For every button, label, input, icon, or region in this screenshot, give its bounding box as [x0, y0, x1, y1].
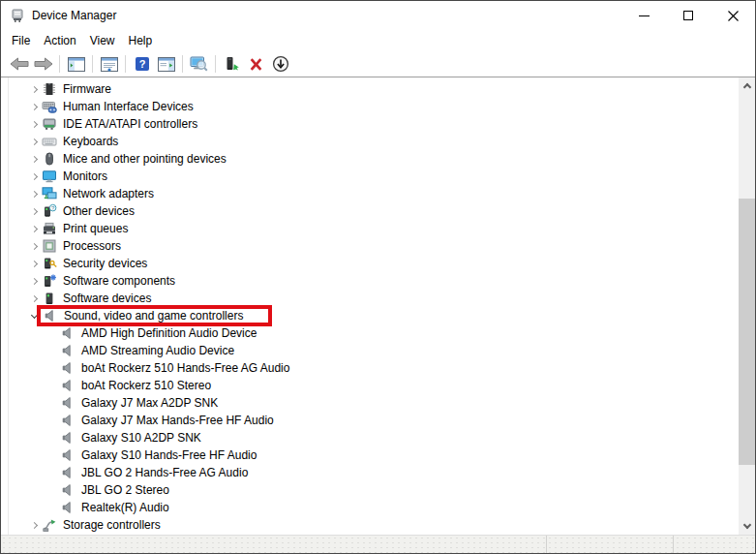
- close-button[interactable]: [711, 1, 755, 30]
- tree-item-boat-rockerz-510-hands-free-ag-audio[interactable]: boAt Rockerz 510 Hands-Free AG Audio: [1, 359, 739, 377]
- tree-item-galaxy-j7-max-hands-free-hf-audio[interactable]: Galaxy J7 Max Hands-Free HF Audio: [1, 412, 739, 429]
- monitor-icon: [42, 169, 57, 184]
- menu-file[interactable]: File: [5, 31, 37, 50]
- expander-spacer: [45, 482, 60, 498]
- chevron-right-icon[interactable]: [26, 151, 42, 167]
- tree-item-ide-ata-atapi-controllers[interactable]: IDE ATA/ATAPI controllers: [1, 115, 739, 133]
- tree-item-label: Network adapters: [63, 186, 154, 201]
- device-tree: FirmwareHuman Interface DevicesIDE ATA/A…: [1, 77, 739, 535]
- tree-item-jbl-go-2-hands-free-ag-audio[interactable]: JBL GO 2 Hands-Free AG Audio: [1, 464, 739, 481]
- tree-item-label: IDE ATA/ATAPI controllers: [63, 116, 197, 132]
- scroll-up-button[interactable]: [739, 77, 755, 94]
- speaker-icon: [60, 378, 76, 393]
- tree-item-label: Processors: [63, 238, 121, 254]
- tree-item-keyboards[interactable]: Keyboards: [1, 133, 739, 150]
- menu-action[interactable]: Action: [37, 31, 82, 50]
- tree-item-label: AMD Streaming Audio Device: [81, 343, 234, 358]
- tree-item-amd-high-definition-audio-device[interactable]: AMD High Definition Audio Device: [1, 324, 739, 342]
- toolbar-show-console-tree-button[interactable]: [64, 53, 88, 76]
- red-highlight-annotation: Sound, video and game controllers: [37, 305, 272, 326]
- minimize-icon: [639, 15, 650, 16]
- chevron-right-icon[interactable]: [26, 517, 42, 533]
- window-controls: [621, 1, 755, 30]
- toolbar-show-action-pane-button[interactable]: [154, 53, 178, 76]
- minimize-button[interactable]: [621, 1, 666, 30]
- expander-spacer: [45, 465, 60, 480]
- help-icon: ?: [135, 56, 150, 72]
- tree-item-other-devices[interactable]: ?Other devices: [1, 202, 739, 220]
- chevron-right-icon[interactable]: [26, 238, 42, 254]
- tree-item-jbl-go-2-stereo[interactable]: JBL GO 2 Stereo: [1, 481, 739, 499]
- tree-item-label: boAt Rockerz 510 Stereo: [81, 378, 211, 393]
- tree-item-human-interface-devices[interactable]: Human Interface Devices: [1, 98, 739, 115]
- disable-icon: [272, 55, 289, 73]
- scroll-down-button[interactable]: [739, 518, 755, 535]
- toolbar-uninstall-device-button[interactable]: [244, 53, 268, 76]
- tree-item-monitors[interactable]: Monitors: [1, 168, 739, 185]
- speaker-icon: [60, 430, 76, 446]
- tree-item-realtek-r-audio[interactable]: Realtek(R) Audio: [1, 499, 739, 516]
- speaker-icon: [60, 482, 76, 498]
- arrow-right-icon: [34, 57, 53, 71]
- chevron-right-icon[interactable]: [26, 256, 42, 271]
- chevron-right-icon[interactable]: [26, 291, 42, 306]
- chevron-right-icon[interactable]: [26, 221, 42, 236]
- tree-item-label: Other devices: [63, 203, 135, 219]
- toolbar-disable-device-button[interactable]: [268, 53, 292, 76]
- chevron-right-icon[interactable]: [26, 273, 42, 289]
- toolbar-properties-button[interactable]: [97, 53, 121, 76]
- tree-item-boat-rockerz-510-stereo[interactable]: boAt Rockerz 510 Stereo: [1, 377, 739, 394]
- tree-item-galaxy-j7-max-a2dp-snk[interactable]: Galaxy J7 Max A2DP SNK: [1, 394, 739, 412]
- tree-item-label: AMD High Definition Audio Device: [81, 325, 257, 341]
- arrow-left-icon: [10, 57, 29, 71]
- chip-icon: [42, 81, 57, 97]
- speaker-icon: [60, 360, 76, 376]
- chevron-right-icon[interactable]: [26, 203, 42, 219]
- toolbar-scan-hardware-changes-button[interactable]: [187, 53, 211, 76]
- printer-icon: [42, 221, 57, 236]
- tree-item-amd-streaming-audio-device[interactable]: AMD Streaming Audio Device: [1, 342, 739, 359]
- tree-item-security-devices[interactable]: Security devices: [1, 255, 739, 272]
- speaker-icon: [60, 325, 76, 341]
- tree-item-label: Realtek(R) Audio: [81, 500, 169, 515]
- tree-item-galaxy-s10-a2dp-snk[interactable]: Galaxy S10 A2DP SNK: [1, 429, 739, 446]
- tree-item-label: Galaxy S10 Hands-Free HF Audio: [81, 447, 257, 463]
- tree-item-mice-and-other-pointing-devices[interactable]: Mice and other pointing devices: [1, 150, 739, 168]
- chevron-right-icon[interactable]: [26, 134, 42, 149]
- toolbar-back-button[interactable]: [7, 53, 31, 76]
- tree-item-label: JBL GO 2 Stereo: [81, 482, 169, 498]
- tree-item-firmware[interactable]: Firmware: [1, 80, 739, 98]
- tree-item-processors[interactable]: Processors: [1, 237, 739, 255]
- menubar: FileActionViewHelp: [1, 30, 755, 51]
- chevron-right-icon[interactable]: [26, 81, 42, 97]
- device-manager-icon: [10, 8, 25, 23]
- tree-item-galaxy-s10-hands-free-hf-audio[interactable]: Galaxy S10 Hands-Free HF Audio: [1, 446, 739, 464]
- expander-spacer: [45, 447, 60, 463]
- scroll-thumb[interactable]: [739, 199, 755, 465]
- tree-item-sound-video-and-game-controllers[interactable]: Sound, video and game controllers: [1, 307, 739, 324]
- chevron-right-icon[interactable]: [26, 169, 42, 184]
- speaker-icon: [60, 500, 76, 515]
- chevron-right-icon[interactable]: [26, 116, 42, 132]
- tree-item-label: Keyboards: [63, 134, 118, 149]
- tree-item-storage-controllers[interactable]: Storage controllers: [1, 516, 739, 534]
- tree-item-label: Firmware: [63, 81, 111, 97]
- tree-item-network-adapters[interactable]: Network adapters: [1, 185, 739, 202]
- tree-item-label: Software devices: [63, 291, 151, 306]
- vertical-scrollbar[interactable]: [739, 77, 755, 535]
- expander-spacer: [45, 500, 60, 515]
- chevron-right-icon[interactable]: [26, 99, 42, 114]
- expander-spacer: [45, 395, 60, 411]
- menu-help[interactable]: Help: [122, 31, 160, 50]
- tree-item-software-components[interactable]: Software components: [1, 272, 739, 290]
- toolbar-update-driver-button[interactable]: [220, 53, 244, 76]
- toolbar-help-button[interactable]: ?: [130, 53, 154, 76]
- maximize-button[interactable]: [666, 1, 711, 30]
- toolbar-separator: [182, 55, 183, 73]
- update-driver-icon: [225, 56, 240, 72]
- tree-item-print-queues[interactable]: Print queues: [1, 220, 739, 237]
- menu-view[interactable]: View: [83, 31, 122, 50]
- chevron-right-icon[interactable]: [26, 186, 42, 201]
- toolbar-forward-button[interactable]: [31, 53, 55, 76]
- window-title: Device Manager: [32, 9, 116, 22]
